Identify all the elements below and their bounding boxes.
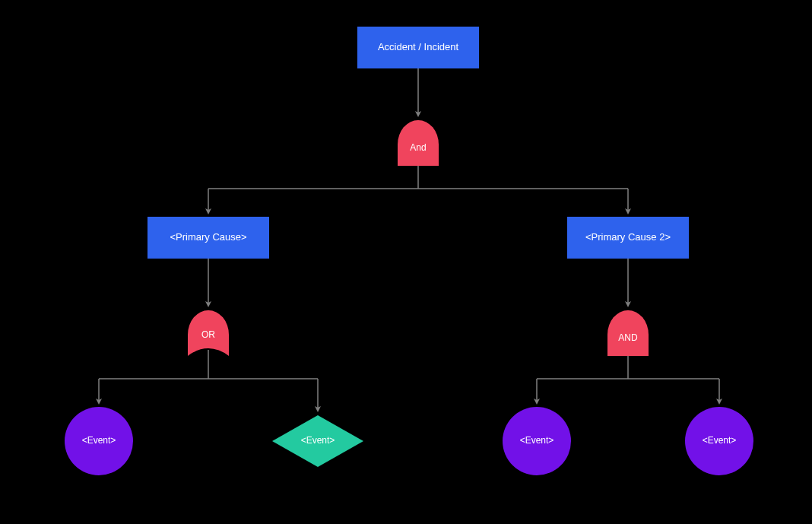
node-event2: <Event> [272, 415, 363, 467]
node-event3-label: <Event> [520, 435, 554, 446]
fault-tree-diagram: Accident / Incident And <Primary Cause> … [0, 0, 812, 524]
branch-gate1 [208, 166, 628, 213]
node-gate1-label: And [410, 142, 426, 153]
node-primary2: <Primary Cause 2> [567, 217, 689, 259]
node-primary1: <Primary Cause> [147, 217, 269, 259]
node-event4: <Event> [685, 407, 753, 475]
node-primary2-label: <Primary Cause 2> [585, 231, 671, 243]
branch-gate3 [537, 356, 719, 403]
node-gate3: AND [607, 310, 649, 356]
node-event3: <Event> [503, 407, 571, 475]
branch-gate2 [99, 350, 318, 411]
node-event2-label: <Event> [301, 435, 335, 446]
node-event1: <Event> [65, 407, 133, 475]
node-gate2: OR [188, 310, 229, 356]
node-root-label: Accident / Incident [378, 41, 459, 52]
node-event1-label: <Event> [82, 435, 116, 446]
node-gate3-label: AND [618, 332, 638, 343]
node-gate1: And [398, 120, 439, 166]
node-event4-label: <Event> [703, 435, 737, 446]
node-root: Accident / Incident [357, 27, 479, 68]
node-primary1-label: <Primary Cause> [170, 231, 246, 243]
node-gate2-label: OR [201, 329, 215, 340]
